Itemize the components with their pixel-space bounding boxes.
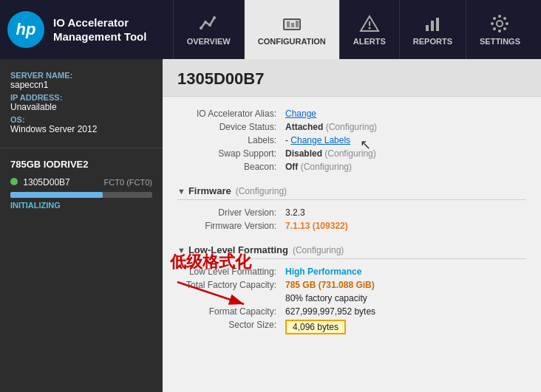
io-alias-value: Change: [281, 107, 526, 120]
os-label: OS:: [10, 115, 152, 124]
firmware-section-status: (Configuring): [236, 186, 287, 196]
format-capacity-value: 627,999,997,952 bytes: [281, 305, 526, 318]
change-labels-link[interactable]: Change Labels: [290, 135, 350, 145]
llf-type-value: High Performance: [281, 265, 526, 278]
io-alias-label: IO Accelerator Alias:: [177, 107, 281, 120]
svg-point-2: [208, 24, 211, 27]
svg-rect-7: [296, 21, 299, 27]
content-header: 1305D00B7: [163, 59, 541, 97]
device-info-table: IO Accelerator Alias: Change Device Stat…: [177, 107, 526, 173]
swap-support-label: Swap Support:: [177, 147, 281, 160]
factory-capacity-value: 785 GB (731.088 GiB): [285, 280, 375, 290]
svg-rect-14: [436, 18, 439, 31]
sidebar: SERVER NAME: sapeccn1 IP ADDRESS: Unavai…: [0, 59, 163, 392]
main-layout: SERVER NAME: sapeccn1 IP ADDRESS: Unavai…: [0, 59, 541, 392]
svg-rect-6: [291, 23, 294, 27]
format-capacity-row: Format Capacity: 627,999,997,952 bytes: [177, 305, 526, 318]
progress-bar-fill: [10, 192, 103, 198]
factory-percent-spacer: [177, 292, 281, 305]
llf-high-perf: High Performance: [285, 267, 361, 277]
svg-rect-13: [431, 21, 434, 31]
beacon-configuring: (Configuring): [301, 162, 352, 172]
os-value: Windows Server 2012: [10, 124, 152, 134]
svg-point-3: [213, 16, 216, 19]
nav-alerts[interactable]: ALERTS: [339, 0, 399, 59]
factory-percent-value: 80% factory capacity: [281, 292, 526, 305]
beacon-value: Off (Configuring): [281, 160, 526, 173]
mouse-cursor: ↖: [360, 137, 371, 153]
firmware-divider: [177, 199, 526, 200]
nav-overview[interactable]: OVERVIEW: [173, 0, 244, 59]
device-status-configuring: (Configuring): [326, 122, 377, 132]
nav-settings[interactable]: SETTINGS: [466, 0, 534, 59]
swap-support-disabled: Disabled: [285, 148, 322, 159]
llf-type-label: Low Level Formatting:: [177, 265, 281, 278]
svg-point-18: [491, 22, 494, 25]
svg-point-22: [503, 17, 506, 20]
svg-point-21: [503, 27, 506, 30]
firmware-version-value: 7.1.13 (109322): [281, 219, 526, 233]
device-status-value: Attached (Configuring): [281, 120, 526, 134]
server-info: SERVER NAME: sapeccn1 IP ADDRESS: Unavai…: [0, 66, 163, 142]
svg-point-1: [204, 21, 207, 24]
nav-reports[interactable]: REPORTS: [399, 0, 466, 59]
svg-point-11: [368, 27, 370, 30]
progress-bar-container: [0, 190, 163, 199]
llf-section-title: Low-Level Formatting: [188, 244, 288, 255]
svg-point-23: [493, 27, 496, 30]
io-alias-link[interactable]: Change: [285, 109, 316, 119]
sidebar-device-name: 1305D00B7: [23, 177, 69, 188]
labels-row: Labels: - Change Labels: [177, 134, 526, 147]
device-status-label: Device Status:: [177, 120, 281, 134]
nav-configuration[interactable]: CONFIGURATION: [244, 0, 339, 59]
ip-label: IP ADDRESS:: [10, 93, 152, 102]
firmware-version-label: Firmware Version:: [177, 219, 281, 233]
svg-point-20: [493, 17, 496, 20]
llf-arrow-icon: ▼: [177, 246, 186, 255]
svg-point-16: [498, 15, 501, 18]
hp-logo: hp: [7, 11, 44, 48]
device-status-dot: [10, 178, 18, 185]
main-nav: OVERVIEW CONFIGURATION ALERTS: [173, 0, 534, 59]
io-alias-row: IO Accelerator Alias: Change: [177, 107, 526, 120]
labels-value: - Change Labels: [281, 134, 526, 147]
svg-rect-5: [287, 21, 290, 27]
beacon-label: Beacon:: [177, 160, 281, 173]
device-status-attached: Attached: [285, 122, 323, 132]
sector-size-label: Sector Size:: [177, 318, 281, 336]
total-factory-value: 785 GB (731.088 GiB): [281, 278, 526, 292]
progress-bar-bg: [10, 192, 152, 198]
server-name-label: SERVER NAME:: [10, 71, 152, 80]
swap-support-row: Swap Support: Disabled (Configuring): [177, 147, 526, 160]
sidebar-device-fct: FCT0 (FCT0): [104, 178, 152, 187]
sector-size-highlight: 4,096 bytes: [285, 320, 346, 334]
svg-point-0: [200, 27, 203, 30]
firmware-arrow-icon: ▼: [177, 187, 186, 196]
factory-percent-row: 80% factory capacity: [177, 292, 526, 305]
llf-type-row: Low Level Formatting: High Performance: [177, 265, 526, 278]
beacon-off: Off: [285, 162, 298, 172]
total-factory-label: Total Factory Capacity:: [177, 278, 281, 292]
firmware-table: Driver Version: 3.2.3 Firmware Version: …: [177, 206, 526, 233]
total-factory-row: Total Factory Capacity: 785 GB (731.088 …: [177, 278, 526, 292]
sector-size-row: Sector Size: 4,096 bytes: [177, 318, 526, 336]
firmware-version-row: Firmware Version: 7.1.13 (109322): [177, 219, 526, 233]
beacon-row: Beacon: Off (Configuring): [177, 160, 526, 173]
content-area: ↖ 低级格式化 1305D00B7 IO Accelerator Alias: [163, 59, 541, 392]
firmware-section-title: Firmware: [188, 185, 231, 196]
svg-point-15: [497, 21, 503, 27]
llf-section-status: (Configuring): [293, 245, 344, 255]
firmware-version-value-text: 7.1.13 (109322): [285, 221, 348, 231]
sidebar-device-row[interactable]: 1305D00B7 FCT0 (FCT0): [0, 174, 163, 190]
labels-label: Labels:: [177, 134, 281, 147]
llf-table: Low Level Formatting: High Performance T…: [177, 265, 526, 336]
firmware-section-header[interactable]: ▼ Firmware (Configuring): [177, 181, 526, 199]
device-title: 1305D00B7: [177, 69, 526, 89]
device-group-title: 785GB IODRIVE2: [0, 154, 163, 174]
sector-size-value: 4,096 bytes: [281, 318, 526, 336]
app-title: IO Accelerator Management Tool: [53, 16, 146, 44]
app-header: hp IO Accelerator Management Tool OVERVI…: [0, 0, 541, 59]
server-name-value: sapeccn1: [10, 80, 152, 90]
driver-version-row: Driver Version: 3.2.3: [177, 206, 526, 219]
llf-section-header[interactable]: ▼ Low-Level Formatting (Configuring): [177, 240, 526, 258]
